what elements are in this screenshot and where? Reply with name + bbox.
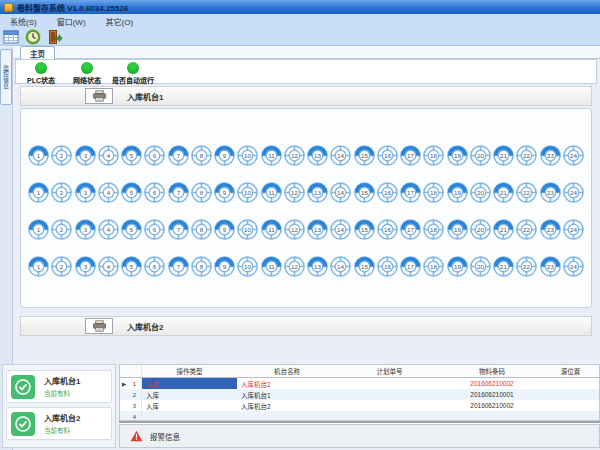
slot-icon[interactable]: 6	[143, 181, 166, 204]
slot-icon[interactable]: 7	[167, 144, 190, 167]
slot-icon[interactable]: 18	[422, 218, 445, 241]
slot-icon[interactable]: 11	[260, 181, 283, 204]
slot-icon[interactable]: 12	[283, 144, 306, 167]
slot-icon[interactable]: 18	[422, 255, 445, 278]
slot-icon[interactable]: 22	[515, 144, 538, 167]
slot-icon[interactable]: 17	[399, 144, 422, 167]
slot-icon[interactable]: 1	[27, 255, 50, 278]
slot-icon[interactable]: 16	[376, 255, 399, 278]
menu-item[interactable]: 窗口(W)	[47, 16, 96, 27]
slot-icon[interactable]: 17	[399, 218, 422, 241]
slot-icon[interactable]: 11	[260, 255, 283, 278]
slot-icon[interactable]: 21	[492, 181, 515, 204]
row-header[interactable]: 2	[120, 389, 142, 400]
slot-icon[interactable]: 3	[74, 218, 97, 241]
slot-icon[interactable]: 15	[353, 218, 376, 241]
slot-icon[interactable]: 13	[306, 144, 329, 167]
slot-icon[interactable]: 22	[515, 255, 538, 278]
slot-icon[interactable]: 10	[236, 144, 259, 167]
table-cell[interactable]	[337, 400, 442, 411]
slot-icon[interactable]: 20	[469, 144, 492, 167]
slot-icon[interactable]: 10	[236, 181, 259, 204]
slot-icon[interactable]: 5	[120, 255, 143, 278]
table-cell[interactable]	[142, 411, 237, 421]
column-header[interactable]: 计划单号	[337, 366, 442, 376]
slot-icon[interactable]: 11	[260, 218, 283, 241]
table-cell[interactable]: 入库机台1	[237, 389, 337, 400]
slot-icon[interactable]: 14	[329, 255, 352, 278]
slot-icon[interactable]: 23	[539, 144, 562, 167]
slot-icon[interactable]: 17	[399, 255, 422, 278]
clock-icon[interactable]	[25, 29, 41, 45]
slot-icon[interactable]: 21	[492, 144, 515, 167]
slot-icon[interactable]: 9	[213, 218, 236, 241]
slot-icon[interactable]: 21	[492, 255, 515, 278]
slot-icon[interactable]: 4	[97, 144, 120, 167]
tab-home[interactable]: 主页	[20, 46, 55, 59]
slot-icon[interactable]: 5	[120, 181, 143, 204]
slot-icon[interactable]: 18	[422, 181, 445, 204]
slot-icon[interactable]: 8	[190, 255, 213, 278]
slot-icon[interactable]: 3	[74, 255, 97, 278]
exit-door-icon[interactable]	[47, 29, 63, 45]
slot-icon[interactable]: 23	[539, 218, 562, 241]
table-cell[interactable]	[542, 378, 599, 389]
slot-icon[interactable]: 13	[306, 181, 329, 204]
menu-item[interactable]: 其它(O)	[96, 16, 144, 27]
table-cell[interactable]	[337, 378, 442, 389]
slot-icon[interactable]: 20	[469, 181, 492, 204]
table-cell[interactable]: 入库	[142, 389, 237, 400]
slot-icon[interactable]: 7	[167, 255, 190, 278]
slot-icon[interactable]: 19	[446, 218, 469, 241]
row-header[interactable]: 3	[120, 400, 142, 411]
slot-icon[interactable]: 14	[329, 218, 352, 241]
table-row[interactable]: 4	[120, 411, 599, 421]
slot-icon[interactable]: 9	[213, 181, 236, 204]
slot-icon[interactable]: 23	[539, 181, 562, 204]
slot-icon[interactable]: 16	[376, 144, 399, 167]
slot-icon[interactable]: 8	[190, 144, 213, 167]
row-header[interactable]: 4	[120, 411, 142, 421]
slot-icon[interactable]: 21	[492, 218, 515, 241]
slot-icon[interactable]: 15	[353, 144, 376, 167]
slot-icon[interactable]: 6	[143, 218, 166, 241]
table-cell[interactable]	[542, 389, 599, 400]
slot-icon[interactable]: 24	[562, 144, 585, 167]
slot-icon[interactable]: 18	[422, 144, 445, 167]
slot-icon[interactable]: 10	[236, 218, 259, 241]
slot-icon[interactable]: 7	[167, 181, 190, 204]
slot-icon[interactable]: 9	[213, 255, 236, 278]
slot-icon[interactable]: 16	[376, 181, 399, 204]
slot-icon[interactable]: 1	[27, 218, 50, 241]
table-cell[interactable]: 入库	[142, 400, 237, 411]
printer-button[interactable]	[85, 88, 113, 104]
column-header[interactable]: 物料条码	[442, 366, 542, 376]
slot-icon[interactable]: 15	[353, 181, 376, 204]
slot-icon[interactable]: 2	[50, 255, 73, 278]
side-panel-tab[interactable]: 监控信息	[0, 49, 12, 105]
table-cell[interactable]	[337, 411, 442, 421]
slot-icon[interactable]: 11	[260, 144, 283, 167]
table-cell[interactable]	[542, 400, 599, 411]
table-cell[interactable]: 201606210002	[442, 400, 542, 411]
slot-icon[interactable]: 5	[120, 144, 143, 167]
slot-icon[interactable]: 2	[50, 218, 73, 241]
title-bar[interactable]: 卷料暂存系统 V1.0.6034.25526	[0, 0, 600, 14]
table-cell[interactable]: 入库机台2	[237, 378, 337, 389]
column-header[interactable]: 操作类型	[142, 366, 237, 376]
slot-icon[interactable]: 19	[446, 144, 469, 167]
slot-icon[interactable]: 6	[143, 144, 166, 167]
slot-icon[interactable]: 4	[97, 255, 120, 278]
slot-icon[interactable]: 23	[539, 255, 562, 278]
slot-icon[interactable]: 22	[515, 218, 538, 241]
calendar-icon[interactable]	[3, 29, 19, 45]
slot-icon[interactable]: 17	[399, 181, 422, 204]
machine-card[interactable]: 入库机台1当前有料	[6, 370, 112, 403]
slot-icon[interactable]: 19	[446, 181, 469, 204]
table-row[interactable]: 3入库入库机台2201606210002	[120, 400, 599, 411]
slot-icon[interactable]: 1	[27, 144, 50, 167]
slot-icon[interactable]: 20	[469, 218, 492, 241]
table-cell[interactable]	[442, 411, 542, 421]
table-cell[interactable]: 201606210002	[442, 378, 542, 389]
column-header[interactable]: 源位置	[542, 366, 599, 376]
